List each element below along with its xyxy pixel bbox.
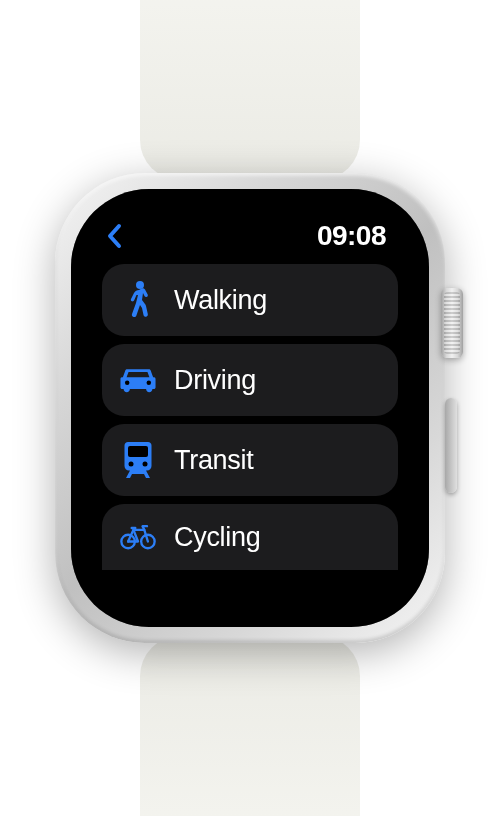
bicycle-icon [120, 519, 156, 555]
watch-band-bottom [140, 636, 360, 816]
digital-crown[interactable] [441, 288, 463, 358]
svg-point-0 [136, 281, 144, 289]
side-button[interactable] [445, 398, 457, 493]
watch-band-top [140, 0, 360, 180]
status-bar: 09:08 [102, 216, 398, 256]
list-item-walking[interactable]: Walking [102, 264, 398, 336]
list-item-cycling[interactable]: Cycling [102, 504, 398, 570]
train-icon [120, 442, 156, 478]
transport-mode-list: Walking Driving [102, 264, 398, 570]
time-label: 09:08 [317, 220, 386, 252]
walking-icon [120, 282, 156, 318]
watch-case: 09:08 Walking [55, 173, 445, 643]
chevron-left-icon [106, 223, 122, 249]
screen-bezel: 09:08 Walking [71, 189, 429, 627]
svg-rect-3 [128, 446, 148, 457]
svg-point-5 [143, 462, 148, 467]
back-button[interactable] [106, 221, 136, 251]
list-item-driving[interactable]: Driving [102, 344, 398, 416]
list-item-transit[interactable]: Transit [102, 424, 398, 496]
svg-point-2 [147, 380, 152, 385]
screen: 09:08 Walking [84, 202, 416, 614]
list-item-label: Cycling [174, 522, 260, 553]
list-item-label: Walking [174, 285, 267, 316]
svg-point-4 [129, 462, 134, 467]
list-item-label: Driving [174, 365, 256, 396]
svg-point-1 [125, 380, 130, 385]
car-icon [120, 362, 156, 398]
list-item-label: Transit [174, 445, 253, 476]
